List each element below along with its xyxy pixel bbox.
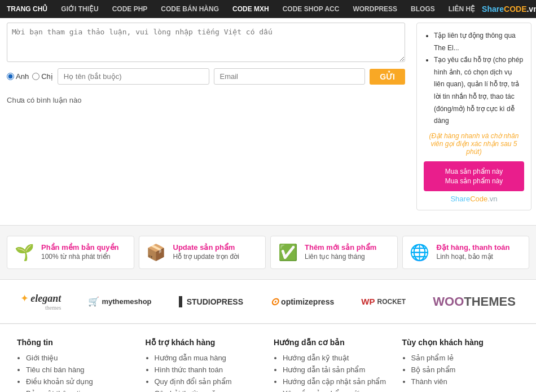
nav-wordpress[interactable]: WORDPRESS	[346, 0, 404, 18]
studiopress-text: STUDIOPRESS	[187, 297, 243, 306]
footer-col-1: Thông tin Giới thiệu Tiêu chí bán hàng Đ…	[11, 338, 140, 392]
radio-anh[interactable]	[7, 73, 14, 80]
feature-card-1: 📦 Update sản phẩm Hỗ trợ update trọn đời	[139, 236, 266, 269]
bar-icon	[179, 296, 182, 307]
brand-elegant[interactable]: ✦ elegant themes	[15, 290, 67, 313]
feature-icon-0: 🌱	[13, 243, 36, 262]
radio-chi[interactable]	[32, 73, 39, 80]
footer-col4-title: Tùy chọn khách hàng	[402, 338, 520, 347]
comment-email-input[interactable]	[214, 68, 366, 85]
main-nav: TRANG CHỦ GIỚI THIỆU CODE PHP CODE BÁN H…	[0, 0, 536, 18]
footer-col1-item-3[interactable]: Bảo mật thông tin	[26, 389, 134, 392]
feature-card-0: 🌱 Phần mềm bản quyền 100% từ nhà phát tr…	[7, 236, 134, 269]
sidebar-item-1: Tập liên tự động thông qua The El...	[434, 30, 524, 54]
footer-col2-list: Hướng dẫn mua hàng Hình thức thanh toán …	[146, 354, 263, 392]
footer-col2-item-2[interactable]: Quy định đổi sản phẩm	[155, 377, 263, 386]
feature-content-0: Phần mềm bản quyền 100% từ nhà phát triể…	[41, 243, 118, 261]
comment-section: Anh Chị GỬI	[0, 18, 412, 91]
brand-studiopress[interactable]: STUDIOPRESS	[173, 294, 249, 310]
feature-desc-3: Linh hoạt, bảo mật	[437, 253, 510, 261]
feature-desc-1: Hỗ trợ update trọn đời	[173, 253, 239, 261]
buy-button[interactable]: Mua sản phẩm này Mua sản phẩm này	[424, 161, 524, 192]
footer-col2-item-0[interactable]: Hướng dẫn mua hàng	[155, 354, 263, 362]
radio-chi-label[interactable]: Chị	[32, 72, 53, 81]
no-comment-text: Chưa có bình luận nào	[0, 91, 412, 109]
nav-blogs[interactable]: BLOGS	[404, 0, 442, 18]
footer-col3-item-0[interactable]: Hướng dẫn kỹ thuật	[283, 354, 391, 362]
brand-wprocket[interactable]: WP ROCKET	[355, 294, 411, 309]
footer-col-2: Hỗ trợ khách hàng Hướng dẫn mua hàng Hìn…	[140, 338, 269, 392]
cart-icon: 🛒	[88, 296, 99, 307]
brand-woothemes[interactable]: WOOTHEMES	[427, 292, 521, 311]
footer-col4-item-1[interactable]: Bộ sản phẩm	[411, 365, 520, 374]
feature-icon-2: ✅	[276, 243, 299, 262]
nav-trang-chu[interactable]: TRANG CHỦ	[0, 0, 54, 18]
feature-content-3: Đặt hàng, thanh toán Linh hoạt, bảo mật	[437, 243, 510, 261]
footer-col4-item-0[interactable]: Sản phẩm lẻ	[411, 354, 520, 362]
nav-code-mxh[interactable]: CODE MXH	[226, 0, 276, 18]
radio-anh-label[interactable]: Anh	[7, 72, 29, 81]
footer-col1-item-2[interactable]: Điều khoản sử dụng	[26, 377, 134, 386]
footer-col1-list: Giới thiệu Tiêu chí bán hàng Điều khoản …	[17, 354, 134, 392]
footer-col3-item-1[interactable]: Hướng dẫn tải sản phẩm	[283, 365, 391, 374]
feature-title-1: Update sản phẩm	[173, 243, 239, 252]
optimizepress-text: optimizepress	[281, 297, 334, 306]
feature-desc-0: 100% từ nhà phát triển	[41, 253, 118, 261]
wp-text: WP	[361, 297, 375, 306]
brand-optimizepress[interactable]: ⊙ optimizepress	[265, 293, 340, 310]
feature-icon-3: 🌐	[408, 243, 431, 262]
footer-col3-item-2[interactable]: Hướng dẫn cập nhật sản phẩm	[283, 377, 391, 386]
footer-col1-title: Thông tin	[17, 338, 134, 347]
sidebar-info-box: Tập liên tự động thông qua The El... Tạo…	[416, 23, 531, 210]
brand-mythemeshop[interactable]: 🛒 mythemeshop	[82, 294, 157, 309]
right-sidebar: Tập liên tự động thông qua The El... Tạo…	[412, 18, 536, 221]
send-comment-button[interactable]: GỬI	[370, 69, 405, 85]
brands-section: ✦ elegant themes 🛒 mythemeshop STUDIOPRE…	[0, 280, 536, 324]
footer-links: Thông tin Giới thiệu Tiêu chí bán hàng Đ…	[0, 324, 536, 392]
left-column: Anh Chị GỬI Chưa có bình luận nào	[0, 18, 412, 221]
footer-col2-item-1[interactable]: Hình thức thanh toán	[155, 365, 263, 374]
footer-col1-item-0[interactable]: Giới thiệu	[26, 354, 134, 362]
footer-col3-list: Hướng dẫn kỹ thuật Hướng dẫn tải sản phẩ…	[274, 354, 391, 392]
footer-col2-title: Hỗ trợ khách hàng	[146, 338, 263, 347]
feature-title-2: Thêm mới sản phẩm	[305, 243, 376, 252]
op-icon: ⊙	[270, 296, 279, 308]
feature-card-2: ✅ Thêm mới sản phẩm Liên tục hàng tháng	[270, 236, 398, 269]
features-section: 🌱 Phần mềm bản quyền 100% từ nhà phát tr…	[0, 225, 536, 280]
sidebar-watermark: ShareCode.vn	[424, 195, 524, 203]
feature-desc-2: Liên tục hàng tháng	[305, 253, 376, 261]
radio-group: Anh Chị	[7, 72, 53, 81]
nav-code-shop-acc[interactable]: CODE SHOP ACC	[276, 0, 346, 18]
rocket-text: ROCKET	[377, 298, 406, 306]
radio-anh-text: Anh	[16, 72, 29, 81]
comment-name-input[interactable]	[58, 68, 209, 85]
footer-col1-item-1[interactable]: Tiêu chí bán hàng	[26, 365, 134, 374]
mythemeshop-text: mythemeshop	[102, 297, 151, 306]
footer-col3-title: Hướng dẫn cơ bản	[274, 338, 391, 347]
woothemes-text: WOOTHEMES	[433, 294, 516, 309]
feature-card-3: 🌐 Đặt hàng, thanh toán Linh hoạt, bảo mậ…	[402, 236, 530, 269]
main-layout: Anh Chị GỬI Chưa có bình luận nào Tập li…	[0, 18, 536, 221]
feature-icon-1: 📦	[145, 243, 168, 262]
buy-btn-line2: Mua sản phẩm này	[429, 177, 519, 186]
comment-textarea[interactable]	[7, 23, 405, 62]
site-logo: ShareCODE.vn	[482, 5, 536, 14]
footer-col4-list: Sản phẩm lẻ Bộ sản phẩm Thành viên	[402, 354, 520, 386]
nav-gioi-thieu[interactable]: GIỚI THIỆU	[54, 0, 105, 18]
footer-col-3: Hướng dẫn cơ bản Hướng dẫn kỹ thuật Hướn…	[268, 338, 397, 392]
footer-col2-item-3[interactable]: Câu hỏi thường gặp	[155, 389, 263, 392]
buy-btn-line1: Mua sản phẩm này	[429, 167, 519, 177]
nav-code-ban-hang[interactable]: CODE BÁN HÀNG	[154, 0, 226, 18]
feature-content-1: Update sản phẩm Hỗ trợ update trọn đời	[173, 243, 239, 261]
sidebar-highlight-text: (Đặt hàng nhanh và chờ nhân viên gọi điệ…	[424, 132, 524, 156]
feature-title-0: Phần mềm bản quyền	[41, 243, 118, 252]
radio-chi-text: Chị	[41, 72, 53, 81]
footer-col3-item-3[interactable]: Yêu cầu sản phẩm mới	[283, 389, 391, 392]
footer-col4-item-2[interactable]: Thành viên	[411, 377, 520, 386]
comment-form-row: Anh Chị GỬI	[7, 68, 405, 85]
footer-col-4: Tùy chọn khách hàng Sản phẩm lẻ Bộ sản p…	[397, 338, 525, 392]
feature-content-2: Thêm mới sản phẩm Liên tục hàng tháng	[305, 243, 376, 261]
nav-code-php[interactable]: CODE PHP	[106, 0, 155, 18]
sidebar-item-2: Tạo yêu cầu hỗ trợ (cho phép hình ảnh, c…	[434, 54, 524, 127]
nav-lien-he[interactable]: LIÊN HỆ	[442, 0, 482, 18]
